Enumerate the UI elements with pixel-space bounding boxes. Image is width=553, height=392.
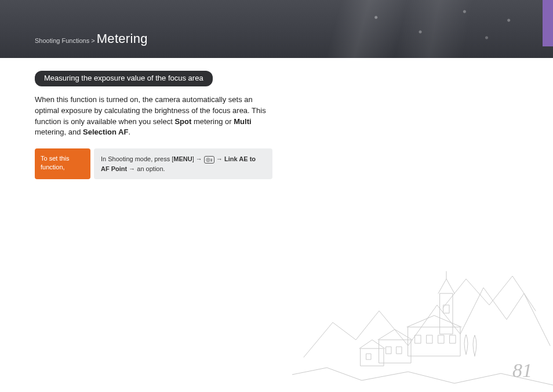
svg-rect-9: [450, 335, 456, 343]
para-bold-spot: Spot: [174, 117, 191, 126]
step-arrow: ] →: [192, 155, 204, 162]
camera-mode-icon: ◎₂: [204, 156, 214, 164]
para-bold-selectionaf: Selection AF: [83, 128, 128, 136]
svg-rect-7: [427, 335, 432, 343]
svg-rect-10: [386, 347, 391, 354]
step-text: → an option.: [127, 165, 165, 172]
breadcrumb: Shooting Functions > Metering: [35, 31, 148, 46]
page-number: 81: [512, 360, 532, 382]
menu-button-label: MENU: [173, 155, 192, 162]
breadcrumb-prefix: Shooting Functions >: [35, 37, 97, 44]
instruction-label: To set this function,: [35, 148, 90, 179]
para-text: metering or: [191, 117, 234, 126]
para-bold-multi: Multi: [234, 117, 251, 126]
para-text: metering, and: [35, 128, 83, 136]
para-text: .: [128, 128, 130, 136]
svg-rect-8: [438, 335, 444, 343]
instruction-steps: In Shooting mode, press [MENU] → ◎₂ → Li…: [94, 148, 272, 179]
svg-rect-6: [415, 335, 421, 343]
section-heading-pill: Measuring the exposure value of the focu…: [35, 71, 213, 86]
step-arrow: →: [214, 155, 224, 162]
page-header: Shooting Functions > Metering: [0, 0, 553, 58]
instruction-row: To set this function, In Shooting mode, …: [35, 148, 272, 179]
svg-rect-0: [440, 293, 453, 334]
content-column: Measuring the exposure value of the focu…: [0, 58, 272, 179]
svg-rect-12: [366, 354, 371, 360]
section-paragraph: When this function is turned on, the cam…: [35, 95, 272, 138]
side-tab: [543, 0, 553, 46]
page-title: Metering: [97, 31, 148, 46]
svg-rect-11: [396, 347, 402, 354]
step-text: In Shooting mode, press [: [101, 155, 173, 162]
